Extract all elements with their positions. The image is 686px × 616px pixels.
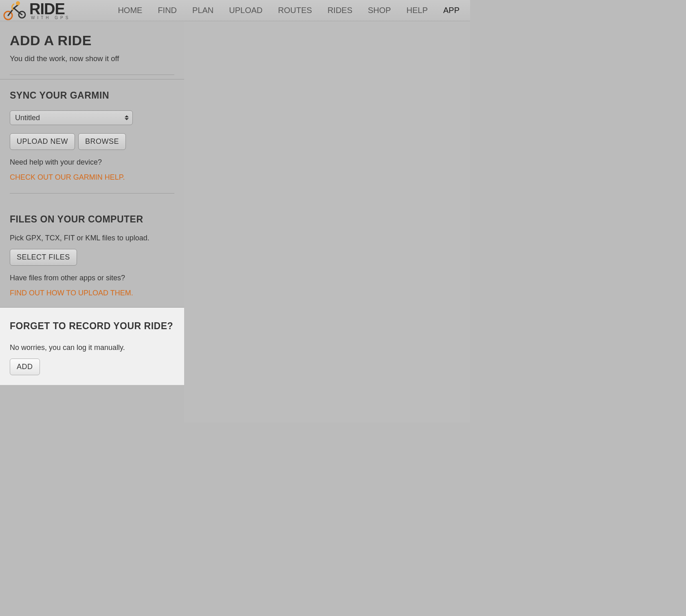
svg-point-2 xyxy=(16,1,20,5)
section-forgot: FORGET TO RECORD YOUR RIDE? No worries, … xyxy=(0,308,184,385)
nav-routes[interactable]: ROUTES xyxy=(278,6,312,15)
garmin-device-select-wrap: Untitled xyxy=(10,110,133,125)
garmin-button-row: UPLOAD NEW BROWSE xyxy=(10,133,174,150)
page-subtitle: You did the work, now show it off xyxy=(10,54,174,63)
divider xyxy=(10,75,174,75)
divider xyxy=(10,193,174,194)
files-button-row: SELECT FILES xyxy=(10,249,174,266)
browse-button[interactable]: BROWSE xyxy=(78,133,126,150)
main-area: ADD A RIDE You did the work, now show it… xyxy=(0,21,470,422)
garmin-help-link[interactable]: CHECK OUT OUR GARMIN HELP. xyxy=(10,173,125,182)
add-button[interactable]: ADD xyxy=(10,359,40,375)
garmin-title: SYNC YOUR GARMIN xyxy=(10,87,174,105)
logo-sub-text: WITH GPS xyxy=(31,16,70,20)
files-title: FILES ON YOUR COMPUTER xyxy=(10,211,174,229)
files-instruction: Pick GPX, TCX, FIT or KML files to uploa… xyxy=(10,234,174,242)
right-panel xyxy=(184,21,470,422)
section-garmin: SYNC YOUR GARMIN Untitled UPLOAD NEW BRO… xyxy=(0,79,184,203)
files-help-text: Have files from other apps or sites? xyxy=(10,274,174,282)
left-panel: ADD A RIDE You did the work, now show it… xyxy=(0,21,184,422)
nav-plan[interactable]: PLAN xyxy=(192,6,213,15)
forgot-text: No worries, you can log it manually. xyxy=(10,343,174,352)
logo-main-text: RIDE xyxy=(29,1,70,17)
garmin-device-select[interactable]: Untitled xyxy=(10,110,133,125)
page-title: ADD A RIDE xyxy=(10,33,174,48)
logo-text: RIDE WITH GPS xyxy=(29,1,70,20)
nav-app[interactable]: APP xyxy=(443,6,460,15)
select-files-button[interactable]: SELECT FILES xyxy=(10,249,77,266)
topbar: RIDE WITH GPS HOME FIND PLAN UPLOAD ROUT… xyxy=(0,0,470,21)
logo-cyclist-icon xyxy=(2,1,29,20)
section-header: ADD A RIDE You did the work, now show it… xyxy=(0,21,184,79)
nav-rides[interactable]: RIDES xyxy=(328,6,352,15)
nav-upload[interactable]: UPLOAD xyxy=(229,6,262,15)
nav-home[interactable]: HOME xyxy=(118,6,142,15)
nav-items: HOME FIND PLAN UPLOAD ROUTES RIDES SHOP … xyxy=(118,6,470,15)
logo[interactable]: RIDE WITH GPS xyxy=(2,1,70,20)
garmin-help-text: Need help with your device? xyxy=(10,158,174,167)
section-files: FILES ON YOUR COMPUTER Pick GPX, TCX, FI… xyxy=(0,203,184,308)
upload-new-button[interactable]: UPLOAD NEW xyxy=(10,133,75,150)
nav-shop[interactable]: SHOP xyxy=(368,6,391,15)
files-help-link[interactable]: FIND OUT HOW TO UPLOAD THEM. xyxy=(10,289,133,297)
nav-help[interactable]: HELP xyxy=(407,6,428,15)
forgot-title: FORGET TO RECORD YOUR RIDE? xyxy=(10,317,174,335)
nav-find[interactable]: FIND xyxy=(158,6,177,15)
